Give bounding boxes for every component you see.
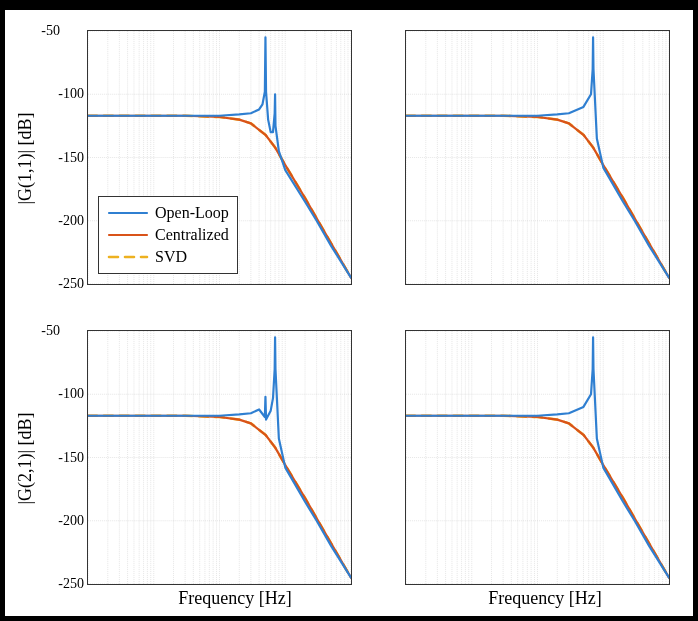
ytick-label: -100: [58, 86, 84, 102]
panel-g12: [405, 30, 670, 285]
figure: |G(1,1)| [dB] |G(2,1)| [dB] Frequency [H…: [5, 10, 693, 616]
xlabel-left: Frequency [Hz]: [145, 588, 325, 609]
legend-label: Open-Loop: [155, 204, 229, 222]
legend-label: Centralized: [155, 226, 229, 244]
panel-g22: [405, 330, 670, 585]
plot-g22: [406, 331, 669, 584]
panel-g21: -50 -100 -150 -200 -250: [87, 330, 352, 585]
legend: Open-Loop Centralized SVD: [98, 196, 238, 274]
legend-item-open-loop: Open-Loop: [107, 202, 229, 224]
ytick-label: -150: [58, 450, 84, 466]
plot-g12: [406, 31, 669, 284]
legend-item-svd: SVD: [107, 246, 229, 268]
ytick-label: -250: [58, 276, 84, 292]
ytick-label: -50: [41, 23, 60, 39]
ytick-label: -200: [58, 513, 84, 529]
ytick-label: -50: [41, 323, 60, 339]
ytick-label: -150: [58, 150, 84, 166]
ytick-label: -100: [58, 386, 84, 402]
legend-item-centralized: Centralized: [107, 224, 229, 246]
ylabel-top: |G(1,1)| [dB]: [15, 39, 36, 279]
panel-g11: -50 -100 -150 -200 -250 Open-Loop Centra…: [87, 30, 352, 285]
ytick-label: -250: [58, 576, 84, 592]
plot-g21: [88, 331, 351, 584]
xlabel-right: Frequency [Hz]: [455, 588, 635, 609]
ytick-label: -200: [58, 213, 84, 229]
ylabel-bottom: |G(2,1)| [dB]: [15, 339, 36, 579]
legend-label: SVD: [155, 248, 187, 266]
